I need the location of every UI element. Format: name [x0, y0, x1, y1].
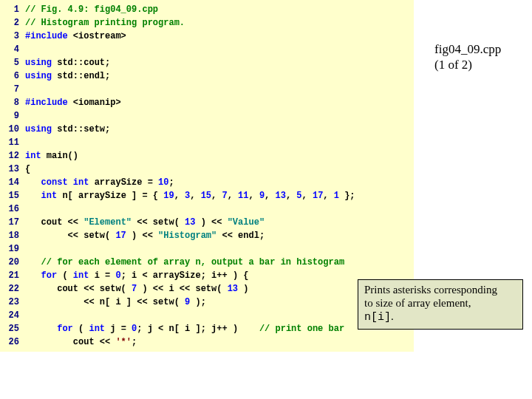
code-line: 2// Histogram printing program. — [0, 16, 414, 30]
code-line: 12int main() — [0, 149, 414, 163]
line-number: 13 — [0, 163, 25, 176]
line-number: 24 — [0, 309, 25, 322]
line-number: 8 — [0, 96, 25, 109]
code-content: cout << "Element" << setw( 13 ) << "Valu… — [25, 216, 414, 229]
code-content: using std::setw; — [25, 123, 414, 136]
code-content: #include <iostream> — [25, 30, 414, 43]
line-number: 22 — [0, 282, 25, 296]
code-content: const int arraySize = 10; — [25, 176, 414, 189]
code-content: // for each element of array n, output a… — [25, 256, 414, 269]
line-number: 15 — [0, 189, 25, 202]
line-number: 6 — [0, 69, 25, 83]
code-content — [25, 109, 414, 123]
line-number: 5 — [0, 56, 25, 69]
code-content: int main() — [25, 149, 414, 163]
code-line: 9 — [0, 109, 414, 123]
code-line: 5using std::cout; — [0, 56, 414, 69]
code-line: 8#include <iomanip> — [0, 96, 414, 109]
code-content: cout << '*'; — [25, 335, 414, 349]
code-content: for ( int i = 0; i < arraySize; i++ ) { — [25, 269, 414, 282]
code-line: 16 — [0, 202, 414, 216]
code-line: 20 // for each element of array n, outpu… — [0, 256, 414, 269]
line-number: 23 — [0, 296, 25, 309]
code-line: 15 int n[ arraySize ] = { 19, 3, 15, 7, … — [0, 189, 414, 202]
code-content: using std::cout; — [25, 56, 414, 69]
code-line: 19 — [0, 242, 414, 256]
line-number: 26 — [0, 335, 25, 349]
line-number: 21 — [0, 269, 25, 282]
code-line: 1// Fig. 4.9: fig04_09.cpp — [0, 3, 414, 16]
line-number: 25 — [0, 322, 25, 335]
slide-label-subtitle: (1 of 2) — [434, 57, 501, 72]
code-line: 4 — [0, 43, 414, 56]
callout-box: Prints asterisks corresponding to size o… — [358, 279, 523, 330]
code-line: 23 << n[ i ] << setw( 9 ); — [0, 296, 414, 309]
callout-period: . — [391, 310, 394, 322]
code-line: 6using std::endl; — [0, 69, 414, 83]
code-line: 11 — [0, 136, 414, 149]
code-content — [25, 242, 414, 256]
code-content — [25, 202, 414, 216]
code-line: 3#include <iostream> — [0, 30, 414, 43]
line-number: 3 — [0, 30, 25, 43]
code-content — [25, 83, 414, 96]
code-line: 22 cout << setw( 7 ) << i << setw( 13 ) — [0, 282, 414, 296]
code-line: 24 — [0, 309, 414, 322]
line-number: 16 — [0, 202, 25, 216]
callout-line1: Prints asterisks corresponding — [364, 284, 497, 296]
code-line: 18 << setw( 17 ) << "Histogram" << endl; — [0, 229, 414, 242]
callout-array-ref: n[i] — [364, 311, 391, 324]
code-content: // Fig. 4.9: fig04_09.cpp — [25, 3, 414, 16]
code-listing: 1// Fig. 4.9: fig04_09.cpp2// Histogram … — [0, 0, 414, 352]
line-number: 12 — [0, 149, 25, 163]
code-line: 10using std::setw; — [0, 123, 414, 136]
code-line: 14 const int arraySize = 10; — [0, 176, 414, 189]
line-number: 1 — [0, 3, 25, 16]
line-number: 14 — [0, 176, 25, 189]
line-number: 9 — [0, 109, 25, 123]
line-number: 20 — [0, 256, 25, 269]
code-content — [25, 43, 414, 56]
code-content: << setw( 17 ) << "Histogram" << endl; — [25, 229, 414, 242]
line-number: 19 — [0, 242, 25, 256]
line-number: 4 — [0, 43, 25, 56]
code-line: 21 for ( int i = 0; i < arraySize; i++ )… — [0, 269, 414, 282]
code-content: cout << setw( 7 ) << i << setw( 13 ) — [25, 282, 414, 296]
slide-label-title: fig04_09.cpp — [434, 41, 501, 57]
line-number: 10 — [0, 123, 25, 136]
code-content: { — [25, 163, 414, 176]
line-number: 7 — [0, 83, 25, 96]
code-content — [25, 136, 414, 149]
line-number: 11 — [0, 136, 25, 149]
code-line: 26 cout << '*'; — [0, 335, 414, 349]
code-line: 25 for ( int j = 0; j < n[ i ]; j++ ) //… — [0, 322, 414, 335]
code-content: #include <iomanip> — [25, 96, 414, 109]
line-number: 2 — [0, 16, 25, 30]
slide-label: fig04_09.cpp (1 of 2) — [434, 41, 501, 73]
line-number: 17 — [0, 216, 25, 229]
code-content: int n[ arraySize ] = { 19, 3, 15, 7, 11,… — [25, 189, 414, 202]
code-content: << n[ i ] << setw( 9 ); — [25, 296, 414, 309]
code-line: 7 — [0, 83, 414, 96]
code-content: for ( int j = 0; j < n[ i ]; j++ ) // pr… — [25, 322, 414, 335]
line-number: 18 — [0, 229, 25, 242]
code-line: 17 cout << "Element" << setw( 13 ) << "V… — [0, 216, 414, 229]
code-content: // Histogram printing program. — [25, 16, 414, 30]
code-content: using std::endl; — [25, 69, 414, 83]
callout-line2: to size of array element, — [364, 297, 471, 309]
code-content — [25, 309, 414, 322]
code-line: 13{ — [0, 163, 414, 176]
